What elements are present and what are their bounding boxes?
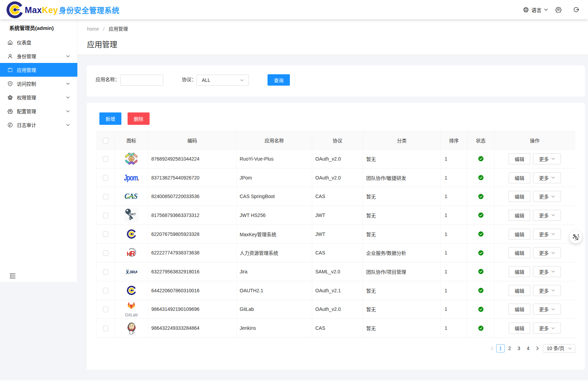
svg-text:JWT: JWT: [129, 212, 136, 216]
svg-text:JIRA: JIRA: [129, 270, 137, 274]
svg-text:R: R: [130, 250, 135, 257]
svg-text:GitLab: GitLab: [125, 312, 138, 317]
